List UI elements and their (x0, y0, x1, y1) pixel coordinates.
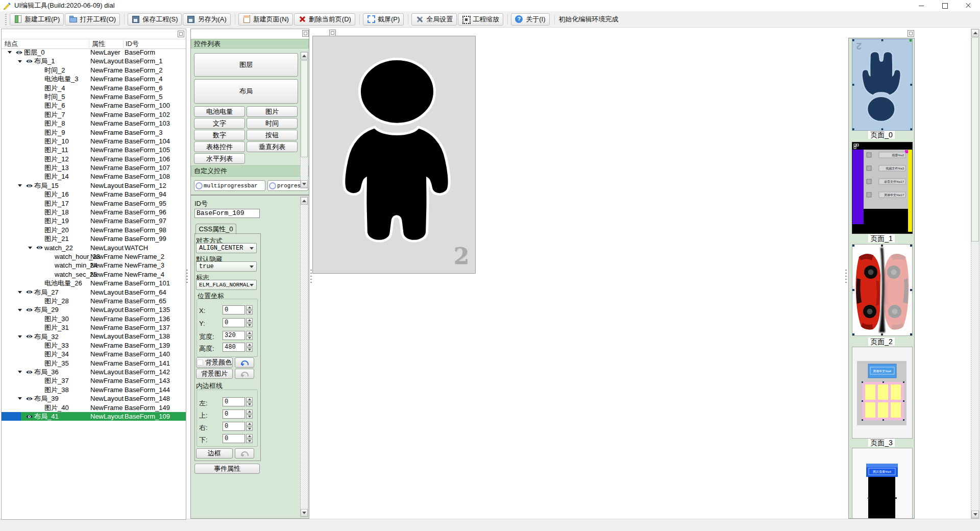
tree-panel-float-icon[interactable] (178, 31, 184, 37)
tree-row[interactable]: 图片_34 NewFrame BaseForm_140 (2, 350, 186, 358)
tree-row[interactable]: watch_22 NewLayout WATCH (2, 244, 186, 252)
widget-list-scrollbar[interactable] (300, 52, 308, 188)
tree-row[interactable]: 图片_16 NewFrame BaseForm_94 (2, 190, 186, 199)
tree-row[interactable]: 图片_4 NewFrame BaseForm_6 (2, 84, 186, 92)
widget-button[interactable]: 垂直列表 (247, 141, 298, 152)
toolbar-button[interactable]: 截屏(P) (363, 13, 404, 26)
tree-row[interactable]: 图片_14 NewFrame BaseForm_108 (2, 172, 186, 181)
tree-row[interactable]: 电池电量_26 NewFrame BaseForm_101 (2, 279, 186, 287)
expand-arrow-icon[interactable] (16, 397, 24, 400)
tree-row[interactable]: 图片_20 NewFrame BaseForm_98 (2, 226, 186, 234)
page-1-thumbnail[interactable]: 相册%s2 视频文件%s3 录音文件%s17 简体中文%s17 (852, 142, 913, 234)
scroll-up-button[interactable] (301, 197, 308, 205)
expand-arrow-icon[interactable] (26, 247, 34, 249)
tree-row[interactable]: 布局_1 NewLayout BaseForm_1 (2, 57, 186, 65)
scroll-up-button[interactable] (971, 29, 979, 37)
tree-row[interactable]: watch_hour_23 NewFrame NewFrame_2 (2, 252, 186, 261)
widget-button[interactable]: 水平列表 (194, 153, 245, 164)
tree-column-prop[interactable]: 属性 (92, 40, 105, 48)
scroll-down-button[interactable] (301, 180, 308, 188)
tree-row[interactable]: 图片_18 NewFrame BaseForm_96 (2, 208, 186, 216)
pad-right-stepper[interactable] (246, 422, 253, 431)
bgcolor-reset-button[interactable] (235, 357, 254, 368)
toolbar-button[interactable]: 打开工程(O) (65, 13, 120, 26)
tree-row[interactable]: 图片_28 NewFrame BaseForm_65 (2, 297, 186, 305)
toolbar-button[interactable]: 新建页面(N) (238, 13, 293, 26)
toolbar-button[interactable]: 新建工程(P) (10, 13, 64, 26)
toolbar-button[interactable]: 全局设置 (411, 13, 457, 26)
tree-row[interactable]: 图片_8 NewFrame BaseForm_103 (2, 119, 186, 128)
scroll-up-button[interactable] (301, 52, 308, 60)
tree-row[interactable]: 图片_10 NewFrame BaseForm_104 (2, 137, 186, 146)
page-3-thumbnail[interactable]: 简体中文%s# (852, 347, 913, 439)
y-stepper[interactable] (246, 318, 253, 327)
expand-arrow-icon[interactable] (6, 51, 14, 54)
tree-row[interactable]: watch_min_24 NewFrame NewFrame_3 (2, 261, 186, 270)
id-input[interactable]: BaseForm_109 (194, 209, 260, 218)
toolbar-button[interactable]: 工程缩放 (458, 13, 503, 26)
widget-button[interactable]: 图片 (247, 106, 298, 117)
tree-row[interactable]: 图片_38 NewFrame BaseForm_144 (2, 385, 186, 394)
tree-column-node[interactable]: 结点 (5, 40, 18, 48)
tree-row[interactable]: 布局_32 NewLayout BaseForm_138 (2, 332, 186, 341)
pad-left-input[interactable]: 0 (223, 397, 245, 406)
pad-top-input[interactable]: 0 (223, 409, 245, 419)
person-figure[interactable] (313, 36, 475, 273)
expand-arrow-icon[interactable] (16, 371, 24, 373)
tree-row[interactable]: 时间_5 NewFrame BaseForm_5 (2, 92, 186, 101)
tree-row[interactable]: 布局_41 NewLayout BaseForm_109 (2, 412, 186, 421)
splitter-handle[interactable] (845, 270, 847, 284)
tree-row[interactable]: 布局_27 NewLayout BaseForm_64 (2, 288, 186, 297)
toolbar-button[interactable]: 另存为(A) (183, 13, 230, 26)
pad-right-input[interactable]: 0 (223, 422, 245, 431)
eye-icon[interactable] (24, 289, 34, 295)
eye-icon[interactable] (24, 396, 34, 401)
tree-row[interactable]: 布局_15 NewLayout BaseForm_12 (2, 181, 186, 190)
y-input[interactable]: 0 (223, 318, 245, 327)
toolbar-button[interactable]: 删除当前页(D) (294, 13, 355, 26)
tree-row[interactable]: watch_sec_25 NewFrame NewFrame_4 (2, 270, 186, 279)
border-reset-button[interactable] (235, 448, 254, 458)
widget-button[interactable]: 按钮 (247, 130, 298, 140)
page-0-label[interactable]: 页面_0 (849, 131, 914, 140)
tree-row[interactable]: 布局_39 NewLayout BaseForm_148 (2, 394, 186, 403)
toolbar-button[interactable]: 保存工程(S) (128, 13, 182, 26)
tree-row[interactable]: 布局_36 NewLayout BaseForm_142 (2, 368, 186, 376)
height-stepper[interactable] (246, 343, 253, 352)
eye-icon[interactable] (24, 414, 34, 419)
expand-arrow-icon[interactable] (16, 184, 24, 187)
widget-button[interactable]: 电池电量 (194, 106, 245, 117)
page-0-thumbnail[interactable]: 2 (852, 39, 913, 131)
page-2-thumbnail[interactable] (852, 244, 913, 336)
tree-row[interactable]: 图片_11 NewFrame BaseForm_105 (2, 146, 186, 154)
eye-icon[interactable] (14, 50, 24, 55)
expand-arrow-icon[interactable] (16, 309, 24, 311)
splitter-handle[interactable] (186, 270, 188, 284)
widget-button[interactable]: 时间 (247, 118, 298, 129)
eye-icon[interactable] (24, 59, 34, 64)
tree-row[interactable]: 布局_29 NewLayout BaseForm_135 (2, 305, 186, 314)
tree-row[interactable]: 图层_0 NewLayer BaseForm (2, 48, 186, 57)
tree-row[interactable]: 图片_13 NewFrame BaseForm_107 (2, 163, 186, 172)
scroll-down-button[interactable] (971, 511, 979, 518)
scroll-down-button[interactable] (301, 509, 308, 517)
splitter-handle[interactable] (310, 270, 312, 284)
bgimage-reset-button[interactable] (235, 369, 254, 379)
tree-row[interactable]: 电池电量_3 NewFrame BaseForm_4 (2, 75, 186, 83)
tree-row[interactable]: 图片_6 NewFrame BaseForm_100 (2, 101, 186, 110)
pad-left-stepper[interactable] (246, 397, 253, 406)
pages-panel-float-icon[interactable] (908, 30, 914, 37)
tree-row[interactable]: 图片_21 NewFrame BaseForm_99 (2, 234, 186, 243)
tree-row[interactable]: 时间_2 NewFrame BaseForm_2 (2, 66, 186, 75)
pages-scrollbar[interactable] (971, 29, 979, 519)
width-stepper[interactable] (246, 331, 253, 340)
pad-top-stepper[interactable] (246, 409, 253, 419)
tree-row[interactable]: 图片_12 NewFrame BaseForm_106 (2, 155, 186, 163)
event-properties-button[interactable]: 事件属性 (194, 464, 260, 474)
align-dropdown[interactable]: ALIGN_CENTER (196, 243, 257, 253)
tree-row[interactable]: 图片_37 NewFrame BaseForm_143 (2, 376, 186, 385)
page-1-label[interactable]: 页面_1 (849, 234, 914, 244)
widget-panel-float-icon[interactable] (302, 30, 309, 37)
eye-icon[interactable] (24, 183, 34, 188)
eye-icon[interactable] (24, 307, 34, 312)
